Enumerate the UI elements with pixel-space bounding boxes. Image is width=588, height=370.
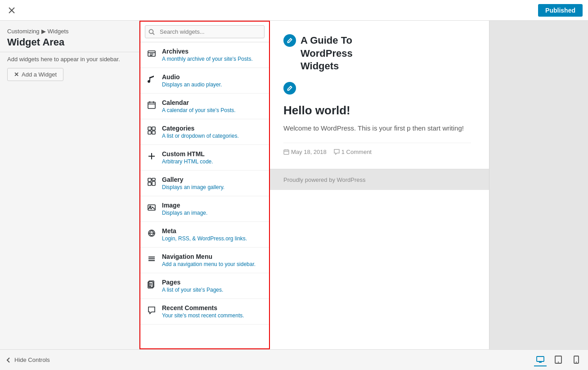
post-title: Hello world! (283, 104, 471, 117)
widget-name-calendar: Calendar (162, 99, 263, 106)
svg-point-2 (149, 29, 153, 33)
widget-item-navigation-menu[interactable]: Navigation MenuAdd a navigation menu to … (140, 248, 269, 273)
post-comments: 1 Comment (334, 149, 372, 155)
close-button[interactable] (5, 4, 18, 17)
widget-info-gallery: GalleryDisplays an image gallery. (162, 176, 263, 190)
breadcrumb-parent[interactable]: Customizing (7, 28, 40, 35)
svg-line-3 (153, 33, 155, 35)
chevron-left-icon (5, 357, 12, 363)
panel-description: Add widgets here to appear in your sideb… (0, 56, 139, 63)
svg-rect-14 (148, 131, 151, 134)
widget-search-input[interactable] (145, 25, 265, 38)
widget-item-audio[interactable]: AudioDisplays an audio player. (140, 68, 269, 94)
widget-desc-categories: A list or dropdown of categories. (162, 133, 263, 139)
widget-desc-navigation-menu: Add a navigation menu to your sidebar. (162, 261, 263, 267)
audio-icon (147, 74, 157, 84)
hide-controls-button[interactable]: Hide Controls (5, 356, 50, 363)
widget-item-recent-comments[interactable]: Recent CommentsYour site's most recent c… (140, 299, 269, 325)
top-bar: Published (0, 0, 588, 21)
publish-button[interactable]: Published (538, 4, 583, 17)
preview-main: A Guide To WordPress Widgets (270, 21, 489, 349)
recent-comments-icon (147, 305, 157, 315)
preview-area: A Guide To WordPress Widgets (270, 21, 588, 349)
widget-desc-custom-html: Arbitrary HTML code. (162, 158, 263, 165)
hide-controls-label: Hide Controls (14, 356, 50, 363)
widget-item-custom-html[interactable]: Custom HTMLArbitrary HTML code. (140, 145, 269, 171)
widget-picker: ArchivesA monthly archive of your site's… (139, 21, 270, 349)
calendar-icon (147, 100, 157, 110)
pages-icon (147, 280, 157, 289)
widget-info-calendar: CalendarA calendar of your site's Posts. (162, 99, 263, 113)
device-desktop-button[interactable] (534, 354, 547, 366)
widget-desc-pages: A list of your site's Pages. (162, 287, 263, 293)
svg-rect-13 (152, 127, 155, 130)
image-icon (147, 203, 157, 212)
search-icon (148, 29, 155, 35)
panel-header: Customizing ▶ Widgets Widget Area (0, 21, 139, 52)
widget-info-recent-comments: Recent CommentsYour site's most recent c… (162, 304, 263, 319)
svg-rect-8 (148, 102, 155, 108)
widget-name-navigation-menu: Navigation Menu (162, 253, 263, 260)
post-edit-icon[interactable] (283, 82, 296, 95)
widget-desc-gallery: Displays an image gallery. (162, 184, 263, 190)
meta-icon (147, 228, 157, 238)
widget-name-gallery: Gallery (162, 176, 263, 183)
svg-rect-22 (148, 205, 155, 210)
desktop-icon (536, 356, 544, 364)
categories-icon (147, 126, 157, 135)
widget-name-image: Image (162, 202, 263, 209)
device-mobile-button[interactable] (570, 354, 583, 366)
svg-rect-12 (148, 127, 151, 130)
widget-desc-meta: Login, RSS, & WordPress.org links. (162, 235, 263, 242)
widget-desc-image: Displays an image. (162, 210, 263, 216)
add-widget-button[interactable]: ✕ Add a Widget (7, 68, 63, 81)
blog-title-edit-icon[interactable] (283, 34, 296, 47)
widget-item-gallery[interactable]: GalleryDisplays an image gallery. (140, 171, 269, 196)
widget-info-meta: MetaLogin, RSS, & WordPress.org links. (162, 227, 263, 242)
post-date: May 18, 2018 (283, 149, 327, 155)
breadcrumb-current[interactable]: Widgets (48, 28, 69, 35)
widget-name-audio: Audio (162, 73, 263, 81)
widget-list: ArchivesA monthly archive of your site's… (140, 42, 269, 348)
preview-inner: A Guide To WordPress Widgets (270, 21, 588, 349)
widget-info-navigation-menu: Navigation MenuAdd a navigation menu to … (162, 253, 263, 267)
gallery-icon (147, 177, 157, 187)
main-area: Customizing ▶ Widgets Widget Area Add wi… (0, 21, 588, 349)
widget-info-categories: CategoriesA list or dropdown of categori… (162, 125, 263, 139)
svg-rect-15 (152, 131, 155, 134)
widget-info-audio: AudioDisplays an audio player. (162, 73, 263, 88)
svg-rect-38 (537, 356, 544, 361)
add-widget-label: Add a Widget (22, 71, 57, 78)
widget-item-archives[interactable]: ArchivesA monthly archive of your site's… (140, 42, 269, 68)
tablet-icon (555, 356, 562, 364)
widget-info-pages: PagesA list of your site's Pages. (162, 279, 263, 293)
post-meta: May 18, 2018 1 Comment (283, 143, 471, 155)
svg-rect-21 (152, 181, 155, 185)
widget-item-categories[interactable]: CategoriesA list or dropdown of categori… (140, 119, 269, 145)
widget-info-image: ImageDisplays an image. (162, 202, 263, 216)
widget-item-calendar[interactable]: CalendarA calendar of your site's Posts. (140, 94, 269, 119)
widget-name-archives: Archives (162, 48, 263, 55)
widget-name-meta: Meta (162, 227, 263, 235)
widget-desc-archives: A monthly archive of your site's Posts. (162, 56, 263, 62)
widget-name-recent-comments: Recent Comments (162, 304, 263, 311)
mobile-icon (574, 356, 579, 364)
widget-name-custom-html: Custom HTML (162, 150, 263, 158)
navigation-menu-icon (147, 254, 157, 264)
device-tablet-button[interactable] (552, 354, 565, 366)
svg-rect-19 (152, 178, 155, 180)
blog-title: A Guide To WordPress Widgets (301, 34, 353, 73)
widget-item-pages[interactable]: PagesA list of your site's Pages. (140, 273, 269, 299)
svg-rect-18 (148, 178, 151, 181)
preview-content: A Guide To WordPress Widgets (270, 21, 588, 349)
widget-info-custom-html: Custom HTMLArbitrary HTML code. (162, 150, 263, 165)
widget-item-image[interactable]: ImageDisplays an image. (140, 196, 269, 222)
widget-info-archives: ArchivesA monthly archive of your site's… (162, 48, 263, 62)
x-icon: ✕ (14, 71, 19, 78)
widget-desc-audio: Displays an audio player. (162, 81, 263, 88)
search-wrap (145, 25, 265, 38)
widget-item-meta[interactable]: MetaLogin, RSS, & WordPress.org links. (140, 222, 269, 248)
svg-rect-34 (284, 150, 289, 154)
custom-html-icon (147, 151, 157, 161)
add-widget-wrap: ✕ Add a Widget (0, 63, 139, 86)
